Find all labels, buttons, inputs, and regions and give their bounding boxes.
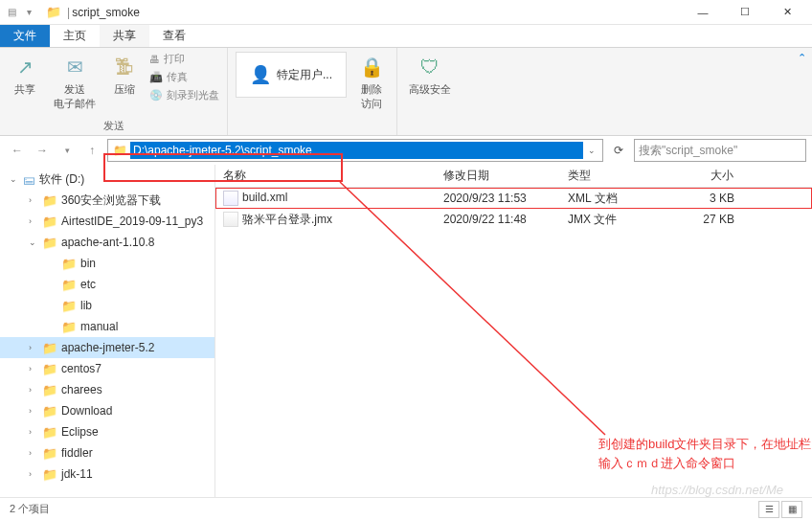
maximize-button[interactable]: ☐ (724, 0, 766, 25)
addr-folder-icon: 📁 (113, 144, 127, 157)
ribbon-tabs: 文件 主页 共享 查看 (0, 25, 812, 48)
ribbon-expand-icon[interactable]: ⌃ (798, 52, 806, 64)
tree-item[interactable]: ›📁Eclipse (0, 421, 214, 442)
folder-icon: 📁 (61, 320, 77, 334)
ribbon-small-options: 🖶打印 📠传真 💿刻录到光盘 (149, 52, 219, 102)
ribbon-group-sharewith: 👤 特定用户... 🔒 删除 访问 (228, 48, 397, 135)
ribbon: ↗ 共享 ✉ 发送 电子邮件 🗜 压缩 🖶打印 📠传真 💿刻录到光盘 发送 👤 (0, 48, 812, 136)
file-name: 骆米平台登录.jmx (242, 213, 332, 226)
file-size: 27 KB (665, 213, 742, 226)
forward-button[interactable]: → (31, 139, 54, 162)
tree-item[interactable]: 📁etc (0, 274, 214, 295)
tree-label: 360安全浏览器下载 (61, 192, 161, 209)
expand-icon[interactable]: › (29, 195, 38, 205)
tree-item[interactable]: ›📁centos7 (0, 358, 214, 379)
address-input[interactable] (130, 142, 583, 159)
file-icon (223, 212, 238, 227)
expand-icon[interactable]: › (29, 364, 38, 373)
back-button[interactable]: ← (6, 139, 29, 162)
refresh-button[interactable]: ⟳ (607, 139, 630, 162)
window-controls: — ☐ ✕ (682, 0, 808, 25)
navigation-tree[interactable]: ⌄ 🖴 软件 (D:) ›📁360安全浏览器下载›📁AirtestIDE_201… (0, 165, 215, 502)
minimize-button[interactable]: — (682, 0, 724, 25)
expand-icon[interactable]: › (29, 406, 38, 416)
tree-item[interactable]: 📁lib (0, 295, 214, 316)
specific-users-button[interactable]: 👤 特定用户... (236, 52, 347, 98)
compress-icon: 🗜 (111, 54, 138, 80)
folder-icon: 📁 (42, 404, 57, 418)
file-row[interactable]: 骆米平台登录.jmx2020/9/22 11:48JMX 文件27 KB (215, 209, 812, 230)
file-list: 名称 修改日期 类型 大小 build.xml2020/9/23 11:53XM… (215, 165, 812, 502)
expand-icon[interactable]: ⌄ (10, 174, 19, 184)
close-button[interactable]: ✕ (766, 0, 808, 25)
tree-item[interactable]: ›📁Download (0, 400, 214, 421)
tree-label: Eclipse (61, 425, 99, 439)
recent-button[interactable]: ▾ (56, 139, 79, 162)
folder-icon: 📁 (42, 467, 57, 482)
file-row[interactable]: build.xml2020/9/23 11:53XML 文档3 KB (215, 188, 812, 209)
expand-icon[interactable]: › (29, 385, 38, 395)
expand-icon[interactable]: › (29, 343, 38, 352)
tree-item[interactable]: ›📁fiddler (0, 442, 214, 463)
tree-item[interactable]: ›📁AirtestIDE_2019-09-11_py3 (0, 211, 214, 232)
expand-icon[interactable]: ⌄ (29, 237, 38, 247)
tree-item[interactable]: ›📁charees (0, 379, 214, 400)
ribbon-group-security: 🛡 高级安全 (397, 48, 462, 135)
up-button[interactable]: ↑ (80, 139, 103, 162)
adv-sec-label: 高级安全 (409, 82, 451, 97)
icons-view-button[interactable]: ▦ (781, 501, 802, 518)
print-button[interactable]: 🖶打印 (149, 52, 219, 66)
tree-label: manual (80, 320, 118, 333)
email-icon: ✉ (61, 54, 88, 80)
annotation-text: 到创建的build文件夹目录下，在地址栏 输入ｃｍｄ进入命令窗口 (598, 435, 811, 472)
folder-icon: 📁 (42, 236, 57, 250)
tree-item[interactable]: ›📁apache-jmeter-5.2 (0, 337, 214, 358)
email-label: 发送 电子邮件 (54, 82, 96, 111)
fax-button[interactable]: 📠传真 (149, 70, 219, 84)
tree-item[interactable]: 📁manual (0, 316, 214, 337)
burn-button[interactable]: 💿刻录到光盘 (149, 88, 219, 102)
share-button[interactable]: ↗ 共享 (8, 52, 42, 99)
item-count: 2 个项目 (10, 502, 50, 516)
tab-share[interactable]: 共享 (100, 25, 149, 47)
tree-item[interactable]: ›📁jdk-11 (0, 463, 214, 485)
ribbon-group-send: ↗ 共享 ✉ 发送 电子邮件 🗜 压缩 🖶打印 📠传真 💿刻录到光盘 发送 (0, 48, 228, 135)
folder-icon: 📁 (61, 278, 77, 292)
expand-icon[interactable]: › (29, 448, 38, 458)
tree-item[interactable]: 📁bin (0, 253, 214, 274)
col-size[interactable]: 大小 (665, 168, 742, 184)
tree-drive[interactable]: ⌄ 🖴 软件 (D:) (0, 169, 214, 190)
remove-access-button[interactable]: 🔒 删除 访问 (354, 52, 389, 113)
col-date[interactable]: 修改日期 (436, 168, 560, 184)
tab-view[interactable]: 查看 (149, 25, 199, 47)
window-title: script_smoke (72, 6, 140, 19)
tree-item[interactable]: ›📁360安全浏览器下载 (0, 190, 214, 211)
column-headers: 名称 修改日期 类型 大小 (215, 165, 812, 188)
folder-icon: 📁 (46, 5, 61, 19)
folder-icon: 📁 (42, 362, 57, 376)
remove-label: 删除 访问 (361, 82, 382, 111)
print-icon: 🖶 (149, 54, 160, 65)
folder-icon: 📁 (61, 257, 77, 271)
expand-icon[interactable]: › (29, 427, 38, 437)
email-button[interactable]: ✉ 发送 电子邮件 (50, 52, 100, 113)
tree-label: etc (80, 278, 96, 291)
addr-dropdown-icon[interactable]: ⌄ (583, 146, 600, 155)
search-box[interactable]: 搜索"script_smoke" (634, 139, 806, 162)
col-type[interactable]: 类型 (560, 168, 665, 184)
expand-icon[interactable]: › (29, 469, 38, 479)
expand-icon[interactable]: › (29, 216, 38, 226)
qat-icon[interactable]: ▤ (4, 5, 19, 20)
address-bar[interactable]: 📁 ⌄ (107, 139, 603, 162)
tree-item[interactable]: ⌄📁apache-ant-1.10.8 (0, 232, 214, 253)
compress-button[interactable]: 🗜 压缩 (107, 52, 142, 99)
details-view-button[interactable]: ☰ (758, 501, 779, 518)
tab-home[interactable]: 主页 (50, 25, 100, 47)
advanced-security-button[interactable]: 🛡 高级安全 (405, 52, 455, 99)
tab-file[interactable]: 文件 (0, 25, 50, 47)
qat-down-icon[interactable]: ▾ (21, 5, 36, 20)
nav-buttons: ← → ▾ ↑ (6, 139, 103, 162)
fax-icon: 📠 (149, 71, 163, 83)
lock-icon: 🔒 (358, 54, 385, 80)
col-name[interactable]: 名称 (215, 168, 436, 184)
